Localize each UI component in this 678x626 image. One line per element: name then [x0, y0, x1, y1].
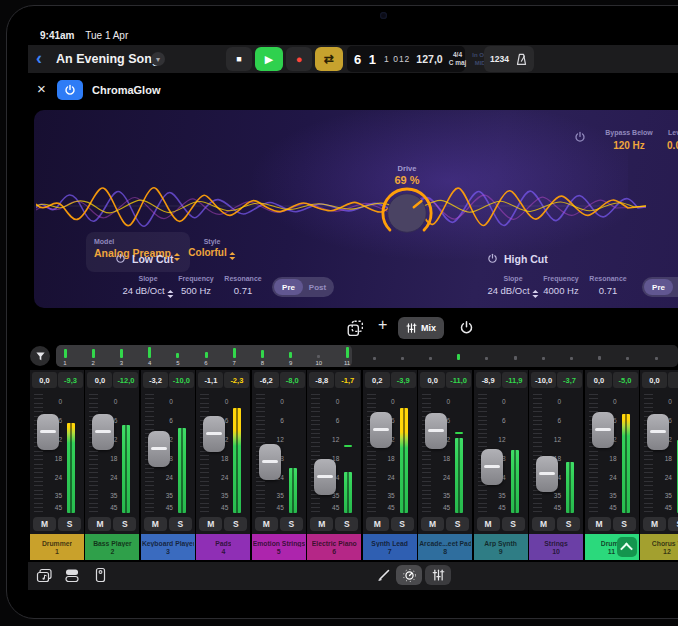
low-cut-pre-post-toggle[interactable]: Pre Post [272, 277, 334, 297]
solo-button[interactable]: S [169, 517, 192, 531]
fader-handle[interactable] [259, 444, 281, 480]
song-title[interactable]: An Evening Song [56, 52, 159, 66]
drive-value[interactable]: 69 % [394, 174, 419, 186]
metronome-icon[interactable] [515, 53, 528, 66]
overview-track-number[interactable]: 6 [204, 360, 207, 366]
solo-button[interactable]: S [557, 517, 580, 531]
drive-knob[interactable] [380, 186, 434, 240]
stop-button[interactable]: ■ [226, 47, 252, 71]
low-cut-frequency-value[interactable]: 500 Hz [181, 285, 211, 296]
solo-button[interactable]: S [391, 517, 414, 531]
track-name-tile[interactable]: Chorus V12 [640, 534, 678, 560]
channel-peak-value[interactable]: -10,0 [169, 372, 194, 388]
channel-volume-value[interactable]: 0,2 [365, 372, 390, 388]
solo-button[interactable]: S [113, 517, 136, 531]
overview-track-number[interactable]: 10 [315, 360, 322, 366]
channel-volume-value[interactable]: -3,2 [143, 372, 168, 388]
plugin-power-button[interactable] [57, 80, 83, 100]
channel-peak-value[interactable]: -9,3 [58, 372, 83, 388]
high-cut-slope-value[interactable]: 24 dB/Oct [487, 285, 538, 298]
bypass-below-value[interactable]: 120 Hz [613, 140, 645, 151]
fader-handle[interactable] [148, 431, 170, 467]
mute-button[interactable]: M [366, 517, 389, 531]
channel-volume-value[interactable]: 0,0 [420, 372, 445, 388]
knob-view-button[interactable] [396, 565, 422, 585]
solo-button[interactable]: S [58, 517, 81, 531]
channel-peak-value[interactable]: -5,0 [613, 372, 638, 388]
channel-peak-value[interactable]: -11,0 [446, 372, 471, 388]
high-cut-power-button[interactable] [487, 253, 498, 264]
cycle-button[interactable]: ⇄ [315, 47, 343, 71]
plugins-icon[interactable] [64, 568, 80, 583]
mute-button[interactable]: M [421, 517, 444, 531]
overview-track-number[interactable]: 8 [261, 360, 264, 366]
fader-handle[interactable] [370, 412, 392, 448]
pre-segment[interactable]: Pre [274, 279, 303, 295]
mute-button[interactable]: M [588, 517, 611, 531]
channel-peak-value[interactable]: -8,0 [280, 372, 305, 388]
track-name-tile[interactable]: Arcade...eet Pad8 [418, 534, 472, 560]
fader-handle[interactable] [481, 449, 503, 485]
count-in-button[interactable]: 1234 [490, 54, 509, 64]
mute-button[interactable]: M [88, 517, 111, 531]
overview-track-number[interactable]: 5 [176, 360, 179, 366]
overview-track-number[interactable]: 1 [63, 360, 66, 366]
channel-peak-value[interactable]: -1,7 [335, 372, 360, 388]
solo-button[interactable]: S [668, 517, 678, 531]
channel-volume-value[interactable]: -6,2 [254, 372, 279, 388]
solo-button[interactable]: S [224, 517, 247, 531]
solo-button[interactable]: S [502, 517, 525, 531]
fader-hardware-icon[interactable] [94, 567, 107, 583]
lcd-display[interactable]: 6 1 1 012 127,0 4/4 C maj In Out MIDI [347, 46, 465, 72]
channel-volume-value[interactable]: 0,0 [642, 372, 667, 388]
track-name-tile[interactable]: Emotion Strings5 [252, 534, 306, 560]
track-name-tile[interactable]: Keyboard Player3 [141, 534, 195, 560]
fader-handle[interactable] [536, 456, 558, 492]
mute-button[interactable]: M [255, 517, 278, 531]
channel-peak-value[interactable]: -3,7 [557, 372, 582, 388]
add-track-button[interactable]: + [378, 316, 387, 334]
mute-button[interactable]: M [199, 517, 222, 531]
record-button[interactable]: ● [286, 47, 312, 71]
mute-button[interactable]: M [144, 517, 167, 531]
collapse-plugin-button[interactable] [617, 537, 637, 557]
mix-view-button[interactable]: Mix [398, 317, 444, 339]
low-cut-power-button[interactable] [115, 253, 126, 264]
fader-handle[interactable] [592, 412, 614, 448]
post-segment[interactable]: Post [303, 279, 332, 295]
play-button[interactable]: ▶ [255, 47, 283, 71]
track-name-tile[interactable]: Strings10 [529, 534, 583, 560]
track-name-tile[interactable]: Arp Synth9 [474, 534, 528, 560]
level-value[interactable]: 0.0 [667, 140, 678, 151]
bypass-power-button[interactable] [574, 131, 586, 143]
mixer-power-button[interactable] [459, 320, 474, 335]
overview-track-number[interactable]: 4 [148, 360, 151, 366]
high-cut-resonance-value[interactable]: 0.71 [599, 285, 618, 296]
pre-segment[interactable]: Pre [644, 279, 673, 295]
solo-button[interactable]: S [335, 517, 358, 531]
channel-volume-value[interactable]: -8,9 [476, 372, 501, 388]
mute-button[interactable]: M [33, 517, 56, 531]
channel-volume-value[interactable]: 0,0 [87, 372, 112, 388]
track-name-tile[interactable]: Electric Piano6 [307, 534, 361, 560]
solo-button[interactable]: S [446, 517, 469, 531]
channel-peak-value[interactable]: -3,9 [391, 372, 416, 388]
channel-peak-value[interactable]: -11,9 [502, 372, 527, 388]
track-name-tile[interactable]: Synth Lead7 [363, 534, 417, 560]
channel-peak-value[interactable] [668, 372, 678, 388]
mute-button[interactable]: M [643, 517, 666, 531]
track-name-tile[interactable]: Pads4 [196, 534, 250, 560]
fader-handle[interactable] [314, 459, 336, 495]
channel-volume-value[interactable]: 0,0 [587, 372, 612, 388]
close-plugin-button[interactable]: × [37, 80, 46, 97]
high-cut-frequency-value[interactable]: 4000 Hz [543, 285, 578, 296]
low-cut-resonance-value[interactable]: 0.71 [234, 285, 253, 296]
fader-handle[interactable] [425, 413, 447, 449]
track-name-tile[interactable]: Bass Player2 [85, 534, 139, 560]
channel-peak-value[interactable]: -12,0 [113, 372, 138, 388]
overview-track-number[interactable]: 11 [344, 360, 350, 366]
channel-volume-value[interactable]: -8,8 [309, 372, 334, 388]
low-cut-slope-value[interactable]: 24 dB/Oct [122, 285, 173, 298]
mute-button[interactable]: M [532, 517, 555, 531]
back-button[interactable]: ‹ [36, 47, 42, 69]
